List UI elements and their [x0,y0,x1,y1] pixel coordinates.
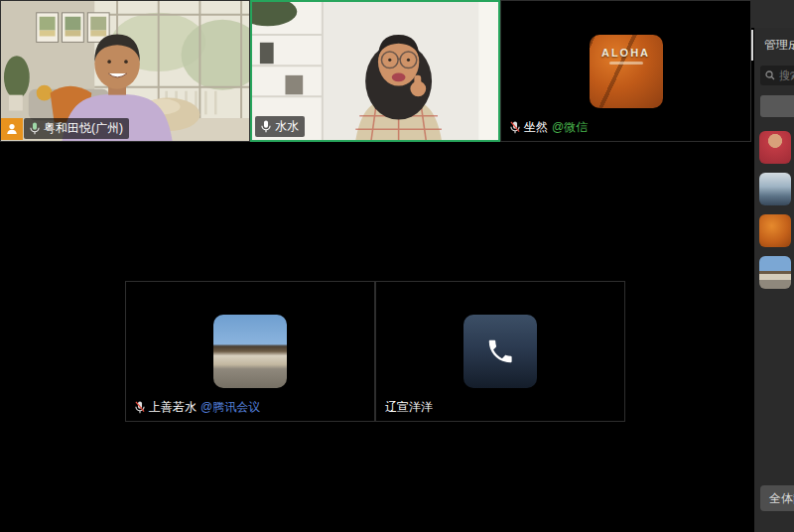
host-badge [1,118,23,140]
participant-thumbnail-shuishui[interactable] [759,131,791,164]
participant-thumbnail-shangshan[interactable] [759,256,791,289]
name-label: 上善若水@腾讯会议 [129,397,266,418]
participant-source: @腾讯会议 [200,399,260,416]
search-placeholder: 搜索 [779,68,794,83]
name-label: 粤和田悦(广州) [24,118,129,139]
participant-thumbnail-zuoran[interactable] [759,214,791,247]
member-panel: 管理成员 搜索 全体静音 [754,28,794,532]
mic-on-icon [30,122,40,135]
video-tile-yuehetianyue[interactable]: 粤和田悦(广州) [0,0,250,142]
name-label: 坐然@微信 [504,117,594,138]
participant-name: 水水 [275,118,299,135]
participant-source: @微信 [552,119,588,136]
participant-name: 粤和田悦(广州) [44,120,123,137]
mic-muted-icon [510,121,520,134]
mute-all-button[interactable]: 全体静音 [760,485,794,511]
search-input[interactable]: 搜索 [760,66,794,85]
participant-name: 坐然 [524,119,548,136]
participant-name: 辽宣洋洋 [385,399,433,416]
video-tile-liaoxuanyangyang[interactable]: 辽宣洋洋 [375,281,625,422]
phone-icon [485,336,515,366]
video-tile-shangshanruoshui[interactable]: 上善若水@腾讯会议 [125,281,375,422]
name-label: 辽宣洋洋 [379,397,439,418]
video-tile-shuishui[interactable]: 水水 [250,0,500,142]
search-icon [765,70,775,80]
mic-muted-icon [135,401,145,414]
avatar-aloha-subtext [609,62,643,65]
name-label: 水水 [255,116,305,137]
video-tile-zuoran[interactable]: ALOHA 坐然@微信 [500,0,751,142]
panel-title: 管理成员 [764,37,794,54]
avatar [213,315,287,388]
panel-filter-button[interactable] [760,95,794,117]
participant-name: 上善若水 [149,399,197,416]
participant-thumbnail-liaoxuan[interactable] [759,173,791,205]
avatar [463,315,537,388]
host-person-icon [6,123,18,135]
meeting-window: 粤和田悦(广州)预定的会议 免费版 正在讲话: 水水 管理成员 搜索 [0,0,794,532]
participant-thumbnail-list [759,131,794,289]
avatar: ALOHA [590,35,663,108]
avatar-aloha-text: ALOHA [601,47,650,59]
mic-on-icon [261,120,271,133]
